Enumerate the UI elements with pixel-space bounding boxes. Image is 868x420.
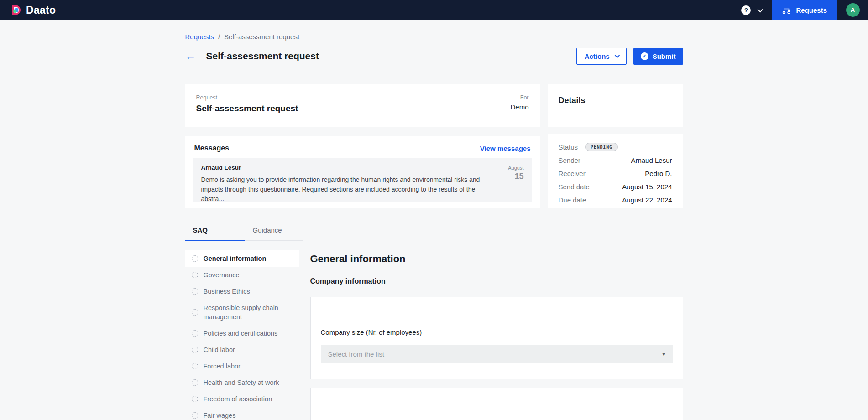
message-body: Demo is asking you to provide informatio…	[201, 175, 496, 204]
tab-guidance[interactable]: Guidance	[245, 223, 303, 241]
progress-circle-icon	[192, 363, 198, 369]
message-sender: Arnaud Lesur	[201, 164, 496, 171]
breadcrumb: Requests / Self-assessment request	[185, 33, 683, 41]
for-value: Demo	[510, 103, 528, 111]
sidebar-item-label: Health and Safety at work	[204, 378, 279, 387]
sidebar-item-freedom-of-association[interactable]: Freedom of association	[185, 391, 299, 407]
progress-circle-icon	[192, 330, 198, 337]
progress-circle-icon	[192, 396, 198, 402]
for-label: For	[510, 94, 528, 101]
nav-requests-button[interactable]: Requests	[772, 0, 837, 20]
details-fields-card: Status PENDING Sender Arnaud Lesur Recei…	[548, 134, 683, 208]
question-card-company-size: Company size (Nr. of employees) Select f…	[310, 297, 683, 379]
breadcrumb-link-requests[interactable]: Requests	[185, 33, 214, 41]
message-date: August 15	[508, 164, 523, 196]
avatar[interactable]: A	[846, 3, 860, 17]
select-caret-icon: ▾	[662, 351, 665, 358]
request-summary-card: Request Self-assessment request For Demo	[185, 84, 540, 127]
sidebar-item-business-ethics[interactable]: Business Ethics	[185, 283, 299, 300]
status-label: Status	[559, 143, 578, 151]
brand[interactable]: Daato	[11, 4, 56, 16]
actions-button[interactable]: Actions	[576, 48, 627, 65]
due-date-value: August 22, 2024	[622, 196, 672, 204]
sidebar-item-fair-wages[interactable]: Fair wages	[185, 407, 299, 420]
progress-circle-icon	[192, 288, 198, 295]
sidebar-item-label: Fair wages	[204, 411, 236, 420]
sidebar-item-label: Freedom of association	[204, 394, 272, 404]
check-circle-icon: ✓	[641, 52, 648, 60]
receiver-label: Receiver	[559, 170, 586, 177]
back-arrow-icon[interactable]: ←	[185, 51, 196, 62]
chevron-down-icon[interactable]	[758, 6, 763, 12]
message-date-month: August	[508, 165, 523, 171]
request-title: Self-assessment request	[196, 104, 298, 114]
requests-flow-icon	[782, 6, 791, 15]
request-label: Request	[196, 94, 298, 101]
sidebar-item-general-information[interactable]: General information	[185, 250, 299, 267]
saq-section-list: General information Governance Business …	[185, 250, 299, 420]
sidebar-item-child-labor[interactable]: Child labor	[185, 342, 299, 358]
question-card-next	[310, 388, 683, 420]
detail-row-receiver: Receiver Pedro D.	[559, 167, 672, 180]
sender-value: Arnaud Lesur	[631, 156, 672, 164]
section-heading: General information	[310, 253, 683, 265]
tab-bar: SAQ Guidance	[185, 223, 683, 241]
submit-button-label: Submit	[653, 52, 676, 60]
help-icon[interactable]: ?	[741, 5, 751, 15]
send-date-value: August 15, 2024	[622, 183, 672, 191]
due-date-label: Due date	[559, 196, 586, 204]
sidebar-item-label: Child labor	[204, 345, 235, 354]
detail-row-sender: Sender Arnaud Lesur	[559, 154, 672, 167]
message-preview: Arnaud Lesur Demo is asking you to provi…	[193, 158, 532, 202]
messages-title: Messages	[194, 144, 230, 152]
sidebar-item-responsible-supply-chain[interactable]: Responsible supply chain management	[185, 300, 299, 325]
saq-content: General information Company information …	[310, 250, 683, 420]
page-header: ← Self-assessment request Actions ✓ Subm…	[185, 47, 683, 65]
messages-card: Messages View messages Arnaud Lesur Demo…	[185, 136, 540, 208]
daato-logo-icon	[11, 5, 22, 16]
progress-circle-icon	[192, 309, 198, 316]
sidebar-item-policies-certifications[interactable]: Policies and certifications	[185, 325, 299, 342]
sidebar-item-label: Governance	[204, 270, 240, 280]
submit-button[interactable]: ✓ Submit	[633, 48, 683, 65]
company-size-select[interactable]: Select from the list ▾	[321, 345, 673, 363]
breadcrumb-current: Self-assessment request	[224, 33, 299, 41]
sender-label: Sender	[559, 156, 580, 164]
sidebar-item-label: Responsible supply chain management	[204, 303, 293, 321]
brand-name: Daato	[26, 4, 56, 16]
sidebar-item-label: Policies and certifications	[204, 329, 278, 338]
progress-circle-icon	[192, 272, 198, 278]
progress-circle-icon	[192, 347, 198, 353]
details-title: Details	[559, 96, 672, 105]
chevron-down-icon	[614, 53, 619, 58]
section-subheading: Company information	[310, 277, 683, 285]
receiver-value: Pedro D.	[645, 170, 672, 177]
page-title: Self-assessment request	[206, 51, 319, 62]
status-badge: PENDING	[585, 143, 618, 151]
progress-circle-icon	[192, 412, 198, 419]
message-date-day: 15	[508, 172, 523, 181]
sidebar-item-forced-labor[interactable]: Forced labor	[185, 358, 299, 374]
send-date-label: Send date	[559, 183, 590, 191]
tab-saq[interactable]: SAQ	[185, 223, 245, 241]
question-label: Company size (Nr. of employees)	[321, 328, 673, 336]
detail-row-send-date: Send date August 15, 2024	[559, 180, 672, 193]
breadcrumb-separator: /	[218, 33, 220, 41]
sidebar-item-label: Forced labor	[204, 362, 241, 371]
detail-row-status: Status PENDING	[559, 140, 672, 154]
details-card: Details	[548, 84, 683, 127]
actions-button-label: Actions	[585, 52, 610, 60]
nav-requests-label: Requests	[796, 6, 827, 14]
sidebar-item-health-safety[interactable]: Health and Safety at work	[185, 374, 299, 391]
sidebar-item-label: General information	[204, 254, 267, 263]
sidebar-item-label: Business Ethics	[204, 287, 250, 296]
detail-row-due-date: Due date August 22, 2024	[559, 193, 672, 207]
sidebar-item-governance[interactable]: Governance	[185, 267, 299, 283]
top-navbar: Daato ? Requests A	[0, 0, 868, 20]
progress-circle-icon	[192, 379, 198, 386]
view-messages-link[interactable]: View messages	[480, 145, 531, 152]
progress-circle-icon	[192, 255, 198, 262]
select-placeholder: Select from the list	[328, 350, 384, 358]
